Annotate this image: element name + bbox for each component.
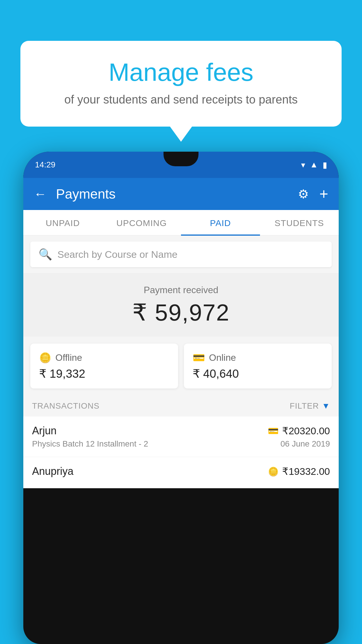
offline-icon: 🪙: [39, 352, 51, 363]
payment-cards: 🪙 Offline ₹ 19,332 💳 Online ₹ 40,640: [30, 344, 332, 388]
payment-summary: Payment received ₹ 59,972: [23, 273, 339, 337]
tab-unpaid[interactable]: UNPAID: [23, 210, 102, 235]
settings-button[interactable]: ⚙: [298, 187, 309, 201]
txn-course: Physics Batch 12 Installment - 2: [32, 439, 148, 449]
txn-amount-area: 💳 ₹20320.00: [268, 425, 330, 437]
phone-frame: 14:29 ▾ ▲ ▮ ← Payments ⚙ + UNPAID UPCOMI…: [23, 152, 339, 644]
bubble-title: Manage fees: [44, 58, 318, 86]
search-icon: 🔍: [38, 248, 52, 261]
offline-amount: ₹ 19,332: [39, 367, 169, 380]
notch: [164, 152, 198, 166]
offline-label: Offline: [55, 352, 82, 363]
tab-paid[interactable]: PAID: [181, 210, 260, 235]
txn-amount: ₹19332.00: [282, 466, 330, 477]
txn-name: Anupriya: [32, 465, 73, 477]
battery-icon: ▮: [323, 160, 327, 170]
offline-card: 🪙 Offline ₹ 19,332: [30, 344, 178, 388]
speech-bubble-container: Manage fees of your students and send re…: [20, 41, 342, 127]
payment-received-label: Payment received: [23, 285, 339, 295]
transaction-top: Anupriya 🪙 ₹19332.00: [32, 465, 330, 477]
txn-amount: ₹20320.00: [282, 425, 330, 437]
signal-icon: ▲: [310, 160, 318, 169]
search-bar[interactable]: 🔍 Search by Course or Name: [30, 242, 332, 267]
tab-students[interactable]: STUDENTS: [260, 210, 339, 235]
transactions-label: TRANSACTIONS: [32, 401, 99, 411]
header-title: Payments: [56, 186, 298, 202]
phone-content: 🔍 Search by Course or Name Payment recei…: [23, 236, 339, 488]
online-label: Online: [209, 352, 236, 363]
online-card-header: 💳 Online: [193, 352, 323, 363]
online-card: 💳 Online ₹ 40,640: [184, 344, 332, 388]
tab-upcoming[interactable]: UPCOMING: [102, 210, 181, 235]
transaction-row[interactable]: Anupriya 🪙 ₹19332.00: [23, 457, 339, 488]
status-bar: 14:29 ▾ ▲ ▮: [23, 152, 339, 178]
back-button[interactable]: ←: [34, 187, 47, 201]
payment-amount: ₹ 59,972: [23, 299, 339, 326]
filter-area[interactable]: FILTER ▼: [290, 401, 330, 411]
online-amount: ₹ 40,640: [193, 367, 323, 380]
txn-payment-icon: 🪙: [268, 466, 279, 477]
status-time: 14:29: [35, 160, 55, 169]
tabs-bar: UNPAID UPCOMING PAID STUDENTS: [23, 210, 339, 236]
add-button[interactable]: +: [319, 185, 328, 203]
filter-label: FILTER: [290, 401, 319, 411]
filter-icon: ▼: [322, 401, 330, 411]
transaction-top: Arjun 💳 ₹20320.00: [32, 425, 330, 437]
transaction-bottom: Physics Batch 12 Installment - 2 06 June…: [32, 439, 330, 449]
speech-bubble: Manage fees of your students and send re…: [20, 41, 342, 127]
online-icon: 💳: [193, 352, 205, 363]
bubble-subtitle: of your students and send receipts to pa…: [44, 93, 318, 106]
wifi-icon: ▾: [301, 160, 305, 170]
app-header: ← Payments ⚙ +: [23, 178, 339, 210]
txn-amount-area: 🪙 ₹19332.00: [268, 466, 330, 477]
txn-payment-icon: 💳: [268, 426, 279, 436]
txn-name: Arjun: [32, 425, 57, 437]
offline-card-header: 🪙 Offline: [39, 352, 169, 363]
txn-date: 06 June 2019: [280, 439, 330, 449]
search-placeholder: Search by Course or Name: [57, 249, 178, 260]
transactions-header: TRANSACTIONS FILTER ▼: [23, 396, 339, 416]
transaction-row[interactable]: Arjun 💳 ₹20320.00 Physics Batch 12 Insta…: [23, 416, 339, 457]
status-icons: ▾ ▲ ▮: [301, 160, 327, 170]
